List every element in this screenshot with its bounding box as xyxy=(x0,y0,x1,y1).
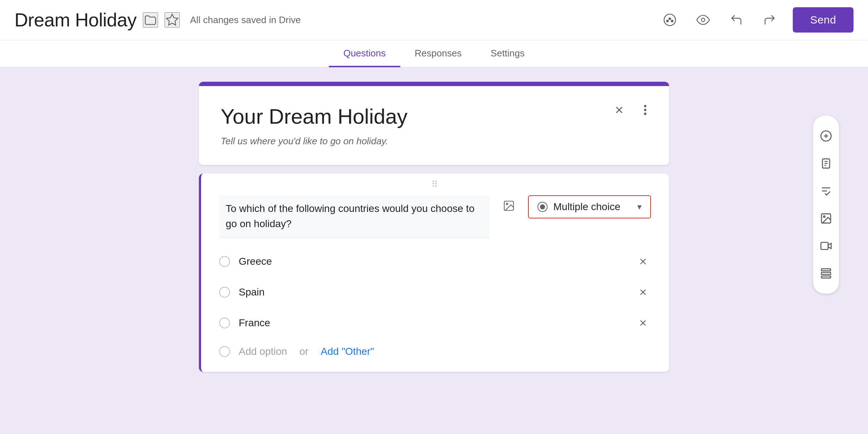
add-other-link[interactable]: Add "Other" xyxy=(321,346,374,357)
add-image-button[interactable] xyxy=(813,205,839,231)
add-question-button[interactable] xyxy=(813,123,839,149)
option-label-greece: Greece xyxy=(239,256,626,267)
saved-status: All changes saved in Drive xyxy=(190,14,301,26)
star-icon[interactable] xyxy=(165,12,180,27)
option-radio-france xyxy=(219,318,230,328)
tabs-bar: Questions Responses Settings xyxy=(0,40,868,67)
svg-rect-33 xyxy=(821,272,831,275)
svg-point-10 xyxy=(644,112,647,115)
header-left: Dream Holiday All changes saved in Drive xyxy=(14,9,660,31)
svg-point-2 xyxy=(667,20,668,22)
svg-marker-31 xyxy=(828,243,831,248)
or-separator: or xyxy=(299,346,309,357)
svg-point-8 xyxy=(644,105,647,107)
form-header-card: Your Dream Holiday Tell us where you'd l… xyxy=(199,82,669,165)
remove-option-spain-button[interactable] xyxy=(635,284,651,300)
question-top: To which of the following countries woul… xyxy=(201,190,669,246)
add-video-button[interactable] xyxy=(813,233,839,259)
import-questions-button[interactable] xyxy=(813,150,839,176)
send-button[interactable]: Send xyxy=(793,7,854,33)
folder-icon[interactable] xyxy=(143,12,158,27)
redo-button[interactable] xyxy=(760,10,780,30)
remove-option-greece-button[interactable] xyxy=(635,254,651,269)
right-sidebar xyxy=(813,116,839,294)
question-card: ⠿ To which of the following countries wo… xyxy=(199,174,669,372)
form-title: Your Dream Holiday xyxy=(221,104,647,128)
tab-settings[interactable]: Settings xyxy=(476,40,539,67)
add-section-button[interactable] xyxy=(813,260,839,286)
form-container: Your Dream Holiday Tell us where you'd l… xyxy=(199,82,669,414)
tab-questions[interactable]: Questions xyxy=(329,40,400,67)
question-type-selector[interactable]: Multiple choice ▾ xyxy=(528,195,651,218)
svg-rect-32 xyxy=(821,269,831,271)
header-right: Send xyxy=(660,7,854,33)
table-row: France xyxy=(219,308,651,339)
question-input-area: To which of the following countries woul… xyxy=(219,195,490,239)
preview-button[interactable] xyxy=(693,10,713,30)
table-row: Spain xyxy=(219,277,651,308)
add-title-button[interactable] xyxy=(813,178,839,204)
add-option-radio xyxy=(219,346,230,357)
dropdown-arrow-icon: ▾ xyxy=(637,202,642,212)
palette-button[interactable] xyxy=(660,10,680,30)
multiple-choice-icon xyxy=(537,202,548,212)
table-row: Greece xyxy=(219,246,651,277)
close-form-header-button[interactable] xyxy=(610,101,629,119)
add-option-row: Add option or Add "Other" xyxy=(219,339,651,357)
option-label-spain: Spain xyxy=(239,286,626,298)
add-option-text[interactable]: Add option xyxy=(239,346,287,357)
svg-marker-0 xyxy=(167,14,178,25)
remove-option-france-button[interactable] xyxy=(635,315,651,331)
more-options-button[interactable] xyxy=(636,101,655,119)
question-text-input[interactable]: To which of the following countries woul… xyxy=(219,195,490,238)
svg-point-4 xyxy=(671,20,673,22)
undo-button[interactable] xyxy=(726,10,746,30)
svg-rect-34 xyxy=(821,276,831,278)
option-label-france: France xyxy=(239,317,626,329)
main-content: Your Dream Holiday Tell us where you'd l… xyxy=(0,67,868,429)
form-description: Tell us where you'd like to go on holida… xyxy=(221,136,647,147)
add-image-to-question-button[interactable] xyxy=(498,195,519,216)
drag-handle: ⠿ xyxy=(201,174,669,190)
option-radio-spain xyxy=(219,287,230,298)
svg-point-9 xyxy=(644,109,647,111)
form-header-actions xyxy=(610,101,655,119)
options-area: Greece Spain xyxy=(201,246,669,357)
svg-point-3 xyxy=(669,18,671,20)
svg-rect-30 xyxy=(821,242,828,250)
tab-responses[interactable]: Responses xyxy=(400,40,476,67)
svg-point-29 xyxy=(824,216,825,217)
svg-point-12 xyxy=(506,203,508,205)
header: Dream Holiday All changes saved in Drive xyxy=(0,0,868,40)
svg-point-5 xyxy=(701,18,705,22)
option-radio-greece xyxy=(219,256,230,267)
app-title: Dream Holiday xyxy=(14,9,136,31)
question-type-label: Multiple choice xyxy=(553,201,631,213)
